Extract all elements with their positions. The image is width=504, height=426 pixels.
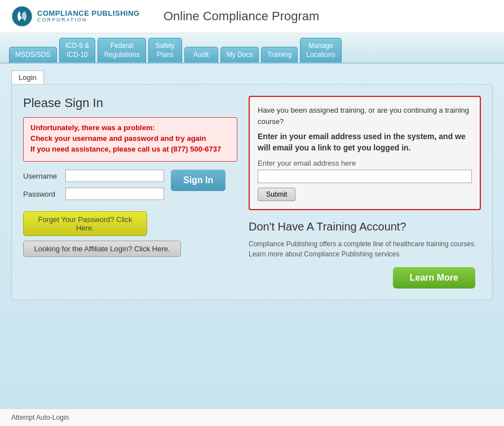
no-account-title: Don't Have A Training Account?	[249, 220, 481, 233]
error-title: Unfortunately, there was a problem:	[30, 123, 230, 132]
form-fields: Username Password	[23, 170, 164, 206]
footer-text: Attempt Auto-Login	[11, 414, 69, 421]
logo-icon	[11, 6, 33, 27]
username-row: Username	[23, 170, 164, 182]
no-account-description: Compliance Publishing offers a complete …	[249, 239, 481, 259]
nav-bar: MSDS/SDS ICD-9 &ICD-10 FederalRegulation…	[0, 33, 504, 64]
login-tab[interactable]: Login	[11, 70, 44, 84]
email-input[interactable]	[258, 170, 472, 183]
logo-text: COMPLIANCE PUBLISHING CORPORATION	[37, 10, 140, 23]
sign-in-title: Please Sign In	[23, 96, 237, 110]
nav-tab-icd[interactable]: ICD-9 &ICD-10	[59, 38, 96, 63]
brand-sub: CORPORATION	[37, 17, 140, 23]
svg-point-0	[12, 6, 32, 26]
left-column: Please Sign In Unfortunately, there was …	[23, 96, 237, 289]
error-box: Unfortunately, there was a problem: Chec…	[23, 117, 237, 162]
header: COMPLIANCE PUBLISHING CORPORATION Online…	[0, 0, 504, 33]
nav-tab-locations[interactable]: ManageLocations	[300, 38, 341, 63]
nav-tab-audit[interactable]: Audit	[184, 47, 218, 63]
credential-form: Username Password Sign In	[23, 170, 237, 206]
brand-main: COMPLIANCE PUBLISHING	[37, 10, 140, 17]
nav-tab-safety[interactable]: SafetyPlans	[148, 38, 182, 63]
nav-tab-federal[interactable]: FederalRegulations	[98, 38, 145, 63]
nav-tab-mydocs[interactable]: My Docs	[220, 47, 259, 63]
nav-tab-msds[interactable]: MSDS/SDS	[9, 47, 57, 63]
submit-button[interactable]: Submit	[258, 188, 295, 201]
sign-in-button[interactable]: Sign In	[171, 170, 226, 191]
affiliate-login-button[interactable]: Looking for the Affiliate Login? Click H…	[23, 241, 181, 257]
password-label: Password	[23, 190, 65, 198]
logo-area: COMPLIANCE PUBLISHING CORPORATION	[11, 6, 158, 27]
training-paragraph1: Have you been assigned training, or are …	[258, 105, 472, 127]
content-area: Login Please Sign In Unfortunately, ther…	[0, 64, 504, 409]
error-line-2: Check your username and password and try…	[30, 134, 230, 143]
email-label: Enter your email address here	[258, 159, 472, 167]
training-box: Have you been assigned training, or are …	[249, 96, 481, 210]
footer: Attempt Auto-Login	[0, 409, 504, 426]
learn-more-button[interactable]: Learn More	[393, 267, 475, 289]
training-bold-text: Enter in your email address used in the …	[258, 131, 472, 153]
nav-tab-training[interactable]: Training	[261, 47, 298, 63]
password-row: Password	[23, 188, 164, 200]
error-line-3: If you need assistance, please call us a…	[30, 145, 230, 153]
page-title: Online Compliance Program	[163, 9, 319, 24]
username-input[interactable]	[65, 170, 164, 182]
username-label: Username	[23, 172, 65, 180]
main-card: Please Sign In Unfortunately, there was …	[11, 84, 493, 300]
password-input[interactable]	[65, 188, 164, 200]
forgot-password-button[interactable]: Forget Your Password? Click Here.	[23, 211, 147, 236]
right-column: Have you been assigned training, or are …	[249, 96, 481, 289]
